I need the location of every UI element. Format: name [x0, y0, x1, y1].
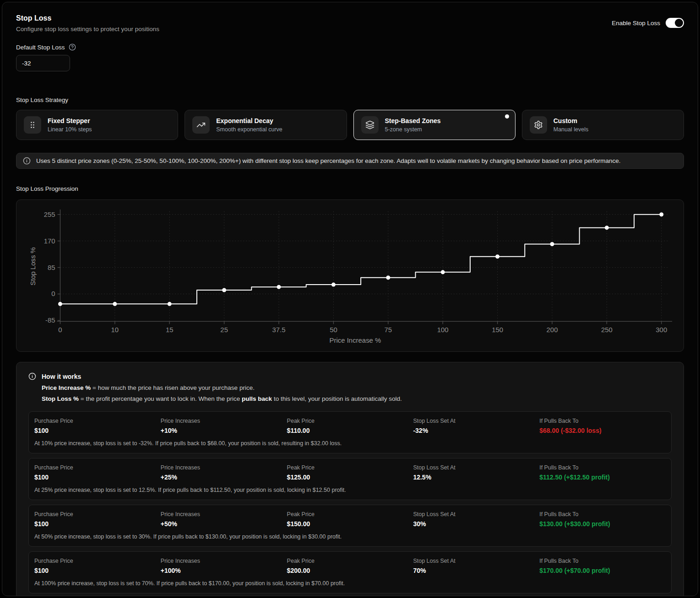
header: Stop Loss Configure stop loss settings t… [16, 14, 684, 32]
strategy-card-custom[interactable]: Custom Manual levels [522, 110, 684, 140]
grip-dots-icon [24, 116, 41, 134]
progression-section-label: Stop Loss Progression [16, 185, 684, 192]
explanation-line-2: Stop Loss % = the profit percentage you … [42, 395, 672, 402]
explanation-line-1: Price Increase % = how much the price ha… [42, 384, 672, 391]
purchase-price-value: $100 [34, 474, 161, 481]
svg-text:25: 25 [220, 326, 228, 334]
svg-text:Price Increase %: Price Increase % [330, 337, 381, 344]
col-peak-price: Peak Price [287, 511, 413, 517]
example-row: Purchase Price$100 Price Increases+100% … [28, 551, 672, 593]
svg-text:150: 150 [492, 326, 503, 334]
svg-text:255: 255 [44, 211, 55, 218]
strategy-card-fixed-stepper[interactable]: Fixed Stepper Linear 10% steps [16, 110, 178, 140]
pullback-value: $170.00 (+$70.00 profit) [539, 567, 666, 574]
stop-loss-value: 12.5% [413, 474, 539, 481]
strategy-card-text: Exponential Decay Smooth exponential cur… [216, 117, 282, 133]
strategy-card-title: Step-Based Zones [385, 117, 441, 124]
stop-loss-settings-page: Stop Loss Configure stop loss settings t… [2, 2, 698, 596]
svg-text:300: 300 [656, 326, 667, 334]
col-if-pulls-back-to: If Pulls Back To [539, 418, 666, 424]
strategy-card-step-based-zones[interactable]: Step-Based Zones 5-zone system [353, 110, 516, 140]
col-peak-price: Peak Price [287, 464, 413, 471]
default-stop-loss-input[interactable] [16, 55, 70, 71]
svg-text:50: 50 [330, 326, 337, 334]
col-if-pulls-back-to: If Pulls Back To [539, 464, 666, 471]
peak-price-value: $110.00 [287, 427, 413, 434]
col-if-pulls-back-to: If Pulls Back To [539, 511, 666, 517]
strategy-cards: Fixed Stepper Linear 10% steps Exponenti… [16, 110, 684, 140]
strategy-card-subtitle: Manual levels [553, 126, 588, 133]
toggle-knob [675, 19, 683, 27]
svg-text:0: 0 [51, 291, 55, 298]
col-stop-loss-set-at: Stop Loss Set At [413, 464, 539, 471]
col-stop-loss-set-at: Stop Loss Set At [413, 511, 539, 517]
col-if-pulls-back-to: If Pulls Back To [539, 558, 666, 564]
svg-text:250: 250 [601, 326, 613, 334]
gear-icon [530, 116, 547, 134]
svg-text:10: 10 [111, 326, 119, 334]
svg-text:37.5: 37.5 [272, 326, 286, 334]
stop-loss-value: -32% [413, 427, 539, 434]
example-list: Purchase Price$100 Price Increases+10% P… [28, 411, 672, 593]
strategy-card-exponential-decay[interactable]: Exponential Decay Smooth exponential cur… [184, 110, 347, 140]
example-row: Purchase Price$100 Price Increases+10% P… [28, 411, 672, 453]
layers-icon [361, 116, 379, 134]
page-subtitle: Configure stop loss settings to protect … [16, 26, 159, 32]
strategy-card-title: Exponential Decay [216, 117, 282, 124]
col-purchase-price: Purchase Price [34, 418, 161, 424]
help-circle-icon[interactable] [69, 43, 76, 51]
price-increase-value: +100% [161, 567, 287, 574]
example-summary: At 100% price increase, stop loss is set… [34, 580, 666, 587]
peak-price-value: $125.00 [287, 474, 413, 481]
how-it-works-panel: How it works Price Increase % = how much… [16, 362, 684, 596]
example-row: Purchase Price$100 Price Increases+50% P… [28, 505, 672, 547]
svg-text:170: 170 [44, 237, 55, 245]
stop-loss-value: 70% [413, 567, 539, 574]
enable-stop-loss-label: Enable Stop Loss [612, 20, 660, 27]
col-peak-price: Peak Price [287, 558, 413, 564]
peak-price-value: $150.00 [287, 520, 413, 528]
strategy-description-bar: Uses 5 distinct price zones (0-25%, 25-5… [16, 153, 684, 169]
stop-loss-progression-chart: -85085170255010152537.550751001502002503… [16, 199, 684, 352]
strategy-card-text: Step-Based Zones 5-zone system [385, 117, 441, 133]
default-stop-loss-label: Default Stop Loss [16, 44, 65, 51]
svg-text:200: 200 [547, 326, 558, 334]
col-purchase-price: Purchase Price [34, 558, 161, 564]
trending-up-icon [192, 116, 210, 134]
step-line-chart: -85085170255010152537.550751001502002503… [16, 200, 684, 351]
svg-text:75: 75 [385, 326, 392, 334]
col-price-increases: Price Increases [161, 464, 287, 471]
stop-loss-value: 30% [413, 520, 539, 528]
col-price-increases: Price Increases [161, 511, 287, 517]
strategy-card-subtitle: 5-zone system [385, 126, 441, 133]
peak-price-value: $200.00 [287, 567, 413, 574]
svg-text:0: 0 [58, 326, 62, 334]
pullback-value: $112.50 (+$12.50 profit) [539, 474, 666, 481]
purchase-price-value: $100 [34, 427, 161, 434]
col-purchase-price: Purchase Price [34, 464, 161, 471]
svg-text:15: 15 [166, 326, 174, 334]
how-it-works-title: How it works [42, 373, 81, 380]
strategy-card-text: Fixed Stepper Linear 10% steps [48, 117, 92, 133]
selected-indicator-dot [505, 114, 509, 119]
col-peak-price: Peak Price [287, 418, 413, 424]
price-increase-value: +50% [161, 520, 287, 528]
svg-text:100: 100 [437, 326, 449, 334]
pullback-value: $130.00 (+$30.00 profit) [539, 520, 666, 528]
example-row: Purchase Price$100 Price Increases+25% P… [28, 458, 672, 500]
price-increase-value: +10% [161, 427, 287, 434]
price-increase-value: +25% [161, 474, 287, 481]
col-price-increases: Price Increases [161, 418, 287, 424]
header-text: Stop Loss Configure stop loss settings t… [16, 14, 159, 32]
how-it-works-header: How it works [28, 372, 672, 380]
example-summary: At 10% price increase, stop loss is set … [34, 440, 666, 447]
enable-stop-loss-toggle[interactable] [666, 18, 684, 28]
strategy-card-title: Fixed Stepper [48, 117, 92, 124]
example-summary: At 25% price increase, stop loss is set … [34, 487, 666, 493]
purchase-price-value: $100 [34, 520, 161, 528]
strategy-description-text: Uses 5 distinct price zones (0-25%, 25-5… [36, 157, 621, 164]
purchase-price-value: $100 [34, 567, 161, 574]
strategy-card-text: Custom Manual levels [553, 117, 588, 133]
info-circle-icon [28, 372, 36, 380]
svg-text:-85: -85 [45, 317, 55, 324]
